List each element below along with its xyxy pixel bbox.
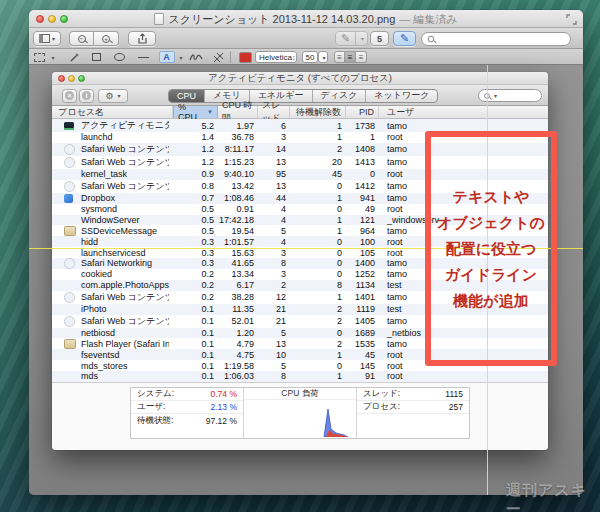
user-label: ユーザ:	[137, 401, 165, 413]
no-icon	[64, 169, 81, 179]
zoom-button[interactable]	[60, 15, 68, 23]
cell-threads: 5	[258, 361, 290, 371]
column-header-pid[interactable]: PID	[346, 106, 379, 118]
selection-tool-dropdown[interactable]: ▾	[48, 51, 56, 63]
font-size-value[interactable]: 50	[302, 51, 318, 63]
magic-wand-icon	[69, 52, 80, 63]
column-header-cpu-time[interactable]: CPU 時間	[218, 106, 258, 118]
column-header-cpu[interactable]: % CPU ▼	[173, 106, 218, 118]
annotation-red-box[interactable]: テキストやオブジェクトの配置に役立つガイドライン機能が追加	[425, 131, 557, 366]
tab-ディスク[interactable]: ディスク	[312, 90, 366, 102]
system-label: システム:	[137, 388, 174, 400]
ellipse-shape-button[interactable]	[113, 51, 126, 63]
cell-threads: 2	[258, 280, 290, 290]
chevron-down-icon: ▾	[179, 54, 182, 61]
adjust-tool-button[interactable]	[212, 51, 224, 63]
column-header-threads[interactable]: スレッド	[258, 106, 290, 118]
page-number-button[interactable]: 5	[370, 31, 389, 46]
selection-tool-button[interactable]	[32, 51, 47, 63]
align-right-button[interactable]: ≡	[356, 51, 367, 63]
annotation-line: ガイドライン	[445, 262, 537, 288]
cell-cpu: 1.4	[173, 132, 218, 142]
annotation-line: オブジェクトの	[437, 210, 544, 236]
column-header-process-name[interactable]: プロセス名	[52, 106, 173, 118]
sidebar-view-button[interactable]: ▾	[33, 31, 61, 46]
stroke-color-well[interactable]	[238, 51, 252, 63]
gear-menu-button[interactable]: ⚙▾	[98, 89, 128, 103]
cell-time: 8:11.17	[218, 144, 258, 154]
markup-toolbar-button[interactable]: ✎	[393, 31, 416, 46]
cell-time: 13.42	[218, 181, 258, 191]
cell-wakeups: 2	[290, 304, 346, 314]
tab-CPU[interactable]: CPU	[169, 90, 204, 102]
traffic-lights	[36, 15, 68, 23]
minimize-button[interactable]	[48, 15, 56, 23]
updown-arrows-icon: ↕	[292, 54, 296, 61]
cell-wakeups: 0	[290, 328, 346, 338]
table-row[interactable]: mds0.11:06.038191root	[52, 371, 548, 382]
ellipse-icon	[114, 53, 125, 61]
cell-name: sysmond	[52, 204, 173, 214]
font-size: 50	[306, 53, 315, 62]
cell-name: Dropbox	[52, 193, 173, 203]
signature-button[interactable]	[188, 51, 203, 63]
cell-pid: 1689	[346, 328, 379, 338]
am-tab-bar: CPUメモリエネルギーディスクネットワーク	[168, 89, 438, 103]
document-icon	[154, 13, 164, 25]
cell-name: netbiosd	[52, 328, 173, 338]
cell-threads: 3	[258, 132, 290, 142]
instant-alpha-button[interactable]	[67, 51, 81, 63]
chevron-down-icon: ▾	[494, 92, 497, 99]
am-window-title: アクティビティモニタ (すべてのプロセス)	[52, 72, 548, 85]
zoom-in-button[interactable]: +	[94, 31, 119, 46]
no-icon	[64, 350, 81, 360]
cell-name: mds	[52, 371, 173, 381]
chevron-down-icon: ▾	[323, 54, 326, 61]
cell-threads: 14	[258, 144, 290, 154]
share-button[interactable]	[128, 31, 156, 46]
no-icon	[64, 371, 81, 381]
inspect-process-button[interactable]: i	[79, 89, 94, 103]
tab-ネットワーク[interactable]: ネットワーク	[365, 90, 437, 102]
cell-cpu: 0.5	[173, 226, 218, 236]
stat-idle: 待機状態: 97.12 %	[131, 414, 243, 427]
quit-process-button[interactable]: ×	[62, 89, 77, 103]
cell-name: com.apple.PhotoApps.AV...	[52, 280, 173, 290]
magnifier-plus-icon: +	[102, 35, 110, 43]
text-tool-dropdown[interactable]: ▾	[176, 51, 184, 63]
ghost-icon	[64, 157, 81, 167]
cell-cpu: 0.1	[173, 361, 218, 371]
table-header: プロセス名 % CPU ▼ CPU 時間 スレッド 待機解除数 PID ユーザ	[52, 106, 548, 119]
cell-threads: 12	[258, 292, 290, 302]
cell-pid: 1	[346, 132, 379, 142]
column-header-idle-wakeups[interactable]: 待機解除数	[290, 106, 346, 118]
search-icon	[428, 35, 434, 41]
align-left-button[interactable]: ≡	[334, 51, 345, 63]
text-tool-button[interactable]: A	[158, 51, 175, 63]
zoom-out-button[interactable]: −	[69, 31, 94, 46]
cell-pid: 1401	[346, 292, 379, 302]
cell-threads: 4	[258, 204, 290, 214]
stats-counts-section: スレッド: 1115 プロセス: 257	[357, 388, 469, 438]
cell-threads: 5	[258, 226, 290, 236]
cell-pid: 1535	[346, 339, 379, 349]
line-shape-button[interactable]	[137, 51, 149, 63]
stats-load-section: CPU 負荷	[244, 388, 357, 438]
photo-icon	[64, 339, 81, 349]
rectangle-icon	[92, 53, 101, 61]
no-icon	[64, 361, 81, 371]
chevron-down-icon: ▾	[118, 92, 121, 99]
column-header-user[interactable]: ユーザ	[379, 106, 548, 118]
cell-wakeups: 8	[290, 280, 346, 290]
font-family-dropdown[interactable]: Helvetica ↕	[255, 51, 297, 63]
cell-time: 36.78	[218, 132, 258, 142]
cell-threads: 3	[258, 269, 290, 279]
align-center-button[interactable]: ≡	[345, 51, 356, 63]
font-size-dropdown[interactable]: ▾	[318, 51, 328, 63]
search-field[interactable]	[421, 32, 571, 46]
cell-pid: 105	[346, 248, 379, 258]
system-value: 0.74 %	[211, 389, 237, 399]
close-button[interactable]	[36, 15, 44, 23]
rectangle-shape-button[interactable]	[90, 51, 103, 63]
fullscreen-icon[interactable]	[566, 14, 577, 25]
